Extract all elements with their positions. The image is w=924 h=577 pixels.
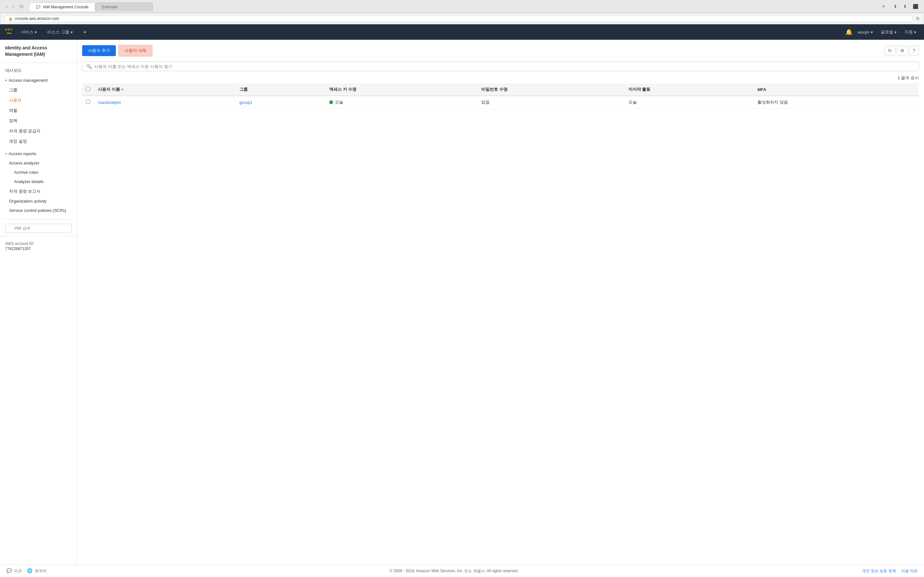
sidebar-item-credential-report[interactable]: 자격 증명 보고서 bbox=[0, 186, 77, 197]
sidebar-item-groups[interactable]: 그룹 bbox=[0, 85, 77, 95]
col-username-sorter[interactable]: 사용자 이름 ▾ bbox=[98, 87, 232, 92]
sidebar-item-identity-providers[interactable]: 자격 증명 공급자 bbox=[0, 126, 77, 136]
users-table: 사용자 이름 ▾ 그룹 액세스 키 수명 비밀번호 수명 bbox=[82, 83, 919, 109]
sidebar-item-groups-label: 그룹 bbox=[9, 87, 17, 93]
help-button[interactable]: ? bbox=[909, 46, 919, 55]
sidebar-item-archive-rules[interactable]: Archive rules bbox=[0, 168, 77, 177]
col-access-keys-label: 액세스 키 수명 bbox=[329, 87, 357, 92]
sidebar-item-account-settings[interactable]: 계정 설정 bbox=[0, 136, 77, 147]
col-username-label: 사용자 이름 bbox=[98, 87, 120, 92]
row-mfa-cell: 활성화되지 않음 bbox=[754, 96, 919, 109]
sidebar-item-service-control-policies[interactable]: Service control policies (SCPs) bbox=[0, 206, 77, 215]
col-password-label: 비밀번호 수명 bbox=[481, 87, 507, 92]
footer: 💬 의견 🌐 한국어 © 2008 - 2019, Amazon Web Ser… bbox=[0, 564, 924, 577]
user-search-input[interactable] bbox=[94, 64, 191, 69]
aws-logo: aws 〜 bbox=[5, 28, 13, 36]
delete-user-button[interactable]: 사용자 삭제 bbox=[118, 45, 153, 56]
reports-collapse-icon: ▾ bbox=[5, 152, 7, 155]
col-password: 비밀번호 수명 bbox=[477, 83, 625, 96]
col-groups: 그룹 bbox=[236, 83, 325, 96]
nav-right: 🔔 woojin ▾ 글로벌 ▾ 지원 ▾ bbox=[845, 28, 919, 36]
forward-button[interactable]: › bbox=[11, 3, 16, 10]
url-text: console.aws.amazon.com bbox=[15, 16, 59, 21]
sort-arrow-icon: ▾ bbox=[121, 88, 123, 91]
resource-groups-chevron: ▾ bbox=[71, 30, 73, 35]
row-checkbox[interactable] bbox=[86, 100, 90, 104]
status-dot-icon bbox=[329, 100, 333, 104]
tab-iam[interactable]: 💬 IAM Management Console bbox=[29, 3, 95, 11]
browser-nav: ‹ › ⊡ bbox=[4, 3, 27, 10]
table-header: 사용자 이름 ▾ 그룹 액세스 키 수명 비밀번호 수명 bbox=[82, 83, 919, 96]
access-key-age: 오늘 bbox=[335, 99, 343, 105]
browser-chrome: ‹ › ⊡ 💬 IAM Management Console Evernote … bbox=[0, 0, 924, 13]
favorites-nav[interactable]: ✦ bbox=[81, 29, 89, 36]
url-input[interactable]: 🔒 console.aws.amazon.com bbox=[4, 15, 913, 22]
collapse-icon: ▾ bbox=[5, 79, 7, 82]
results-count: 1 결과 표시 bbox=[82, 75, 919, 81]
add-user-button[interactable]: 사용자 추가 bbox=[82, 45, 116, 56]
tab-bar: 💬 IAM Management Console Evernote + bbox=[29, 2, 889, 11]
table-body: macbookpro group1 오늘 없음 bbox=[82, 96, 919, 109]
sidebar-item-dashboard[interactable]: 대시보드 bbox=[0, 65, 77, 76]
search-bar: 🔍 bbox=[82, 61, 919, 71]
resource-groups-nav[interactable]: 리소스 그룹 ▾ bbox=[45, 28, 75, 36]
user-name: woojin bbox=[858, 30, 869, 35]
share-button[interactable]: ⬆ bbox=[901, 3, 909, 10]
sidebar-item-roles[interactable]: 역할 bbox=[0, 105, 77, 116]
user-menu[interactable]: woojin ▾ bbox=[855, 29, 876, 36]
support-menu[interactable]: 지원 ▾ bbox=[902, 28, 919, 36]
sidebar-group-access-management[interactable]: ▾ Access management bbox=[0, 76, 77, 85]
footer-feedback[interactable]: 💬 의견 bbox=[6, 568, 22, 574]
language-label: 한국어 bbox=[35, 569, 47, 573]
row-last-activity-cell: 오늘 bbox=[625, 96, 754, 109]
col-last-activity-label: 마지막 활동 bbox=[628, 87, 651, 92]
services-nav[interactable]: 서비스 ▾ bbox=[18, 28, 39, 36]
new-tab-button[interactable]: + bbox=[879, 2, 889, 11]
select-all-checkbox[interactable] bbox=[86, 87, 90, 91]
global-label: 글로벌 bbox=[881, 29, 893, 35]
sidebar-item-roles-label: 역할 bbox=[9, 108, 17, 113]
sidebar-item-access-analyzer[interactable]: Access analyzer bbox=[0, 158, 77, 168]
mfa-status: 활성화되지 않음 bbox=[758, 100, 788, 105]
sidebar-toggle-button[interactable]: ⊡ bbox=[18, 3, 25, 10]
sidebar-item-analyzer-details[interactable]: Analyzer details bbox=[0, 177, 77, 186]
footer-language[interactable]: 🌐 한국어 bbox=[27, 568, 46, 574]
sidebar-group-access-reports[interactable]: ▾ Access reports bbox=[0, 149, 77, 158]
globe-icon: 🌐 bbox=[27, 568, 32, 573]
aws-logo-swoosh: 〜 bbox=[6, 31, 11, 36]
sidebar-account: AWS account ID: 774226871357 bbox=[0, 236, 77, 256]
sidebar-title: Identity and Access Management (IAM) bbox=[0, 40, 77, 63]
sidebar-item-service-control-policies-label: Service control policies (SCPs) bbox=[9, 208, 66, 213]
reload-button[interactable]: ↻ bbox=[916, 16, 920, 21]
tab-iam-label: IAM Management Console bbox=[43, 5, 89, 9]
sidebar-item-archive-rules-label: Archive rules bbox=[14, 170, 38, 175]
content-area: Identity and Access Management (IAM) 대시보… bbox=[0, 40, 924, 564]
download-button[interactable]: ⬇ bbox=[892, 3, 899, 10]
privacy-link[interactable]: 개인 정보 보호 정책 bbox=[862, 568, 896, 574]
back-button[interactable]: ‹ bbox=[4, 3, 9, 10]
account-id-value: 774226871357 bbox=[5, 247, 71, 251]
global-menu[interactable]: 글로벌 ▾ bbox=[878, 28, 899, 36]
toolbar-right: ↻ ⚙ ? bbox=[885, 46, 919, 55]
notifications-icon[interactable]: 🔔 bbox=[845, 29, 853, 35]
services-label: 서비스 bbox=[21, 29, 33, 35]
tab-evernote[interactable]: Evernote bbox=[95, 3, 153, 11]
groups-link[interactable]: group1 bbox=[239, 100, 252, 105]
last-activity: 오늘 bbox=[628, 100, 637, 105]
sidebar-item-users[interactable]: 사용자 bbox=[0, 95, 77, 105]
aws-topnav: aws 〜 서비스 ▾ 리소스 그룹 ▾ ✦ 🔔 woojin ▾ 글로벌 ▾ … bbox=[0, 24, 924, 40]
sidebar-item-credential-report-label: 자격 증명 보고서 bbox=[9, 189, 40, 194]
sidebar-item-analyzer-details-label: Analyzer details bbox=[14, 179, 44, 184]
iam-search-input[interactable] bbox=[5, 224, 71, 233]
sidebar-item-organization-activity[interactable]: Organization activity bbox=[0, 197, 77, 206]
terms-link[interactable]: 이용 약관 bbox=[901, 568, 918, 574]
chat-icon: 💬 bbox=[36, 5, 40, 9]
browser-actions: ⬇ ⬆ ⬛ bbox=[892, 3, 920, 10]
username-link[interactable]: macbookpro bbox=[98, 100, 121, 105]
refresh-button[interactable]: ↻ bbox=[885, 46, 895, 55]
window-button[interactable]: ⬛ bbox=[911, 3, 920, 10]
sidebar-item-policies[interactable]: 정책 bbox=[0, 116, 77, 126]
col-mfa: MFA bbox=[754, 83, 919, 96]
sidebar: Identity and Access Management (IAM) 대시보… bbox=[0, 40, 77, 564]
settings-button[interactable]: ⚙ bbox=[897, 46, 908, 55]
